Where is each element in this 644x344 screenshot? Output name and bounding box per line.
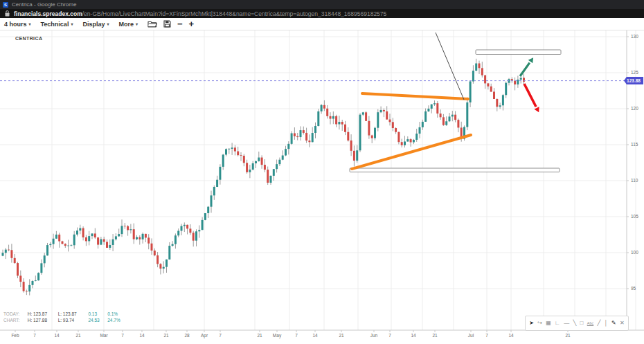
x-tick-label: 21 (75, 333, 81, 338)
bearish-arrow (524, 84, 536, 107)
chart-toolbar: 4 hours▾ Technical▾ Display▾ More▾ − + (0, 18, 644, 30)
pencil-tool-icon[interactable]: ✎ (611, 320, 616, 327)
legend-chart-label: CHART: (3, 317, 26, 323)
zoom-in-icon[interactable]: + (189, 20, 195, 28)
open-folder-icon[interactable] (147, 20, 157, 28)
url-text: financials.spreadex.com/en-GB/Home/LiveC… (14, 10, 386, 17)
legend-chart-change-pct: 24.7% (107, 317, 125, 323)
x-tick-label: 7 (485, 333, 488, 338)
y-tick-label: 110 (631, 178, 638, 183)
x-tick-label: 7 (33, 333, 36, 338)
minus-glyph: − (177, 20, 183, 28)
x-tick-label: Feb (11, 333, 19, 338)
bearish-arrow-head (534, 107, 539, 112)
resistance-zone-rectangle (476, 50, 561, 55)
delete-tool-icon[interactable]: ✕ (620, 320, 625, 327)
x-tick-label: 7 (295, 333, 298, 338)
annotations[interactable] (0, 33, 625, 172)
legend-today-high: H: 123.87 (28, 311, 57, 317)
x-tick-label: 7 (121, 333, 124, 338)
last-price-badge: 123.88 (624, 77, 643, 84)
x-tick-label: Mar (100, 333, 108, 338)
x-tick-label: May (273, 333, 282, 338)
legend-chart-high: H: 127.88 (28, 317, 57, 323)
y-tick-label: 120 (631, 106, 638, 111)
legend-row-today: TODAY: H: 123.87 L: 123.87 0.13 0.1% (3, 311, 125, 317)
display-menu-label: Display (82, 21, 105, 28)
pointer-annotation-line (436, 33, 464, 100)
x-tick-label: 14 (54, 333, 60, 338)
axes: 13012512011511010510095Feb71421Mar714212… (0, 30, 644, 338)
y-tick-label: 130 (631, 34, 638, 39)
legend-chart-change: 24.53 (88, 317, 106, 323)
drawing-toolbar: ➤ ↪ ▦ ∟ — ╲ □ Abc ╱ │ ✎ ✕ (525, 316, 629, 331)
display-menu[interactable]: Display▾ (82, 21, 109, 28)
grid-tool-icon[interactable]: ▦ (546, 320, 551, 327)
x-tick-label: Jul (468, 333, 474, 338)
rectangle-tool-icon[interactable]: □ (580, 320, 584, 327)
chevron-down-icon: ▾ (29, 21, 31, 26)
candlestick-chart[interactable]: 13012512011511010510095Feb71421Mar714212… (0, 30, 644, 344)
url-path: /en-GB/Home/LiveChartMain?id=XFinSprMchM… (82, 10, 387, 17)
plus-glyph: + (189, 20, 195, 28)
timeframe-menu-label: 4 hours (4, 21, 27, 28)
x-tick-label: 28 (184, 333, 190, 338)
chevron-down-icon: ▾ (136, 21, 138, 26)
x-tick-label: 21 (339, 333, 344, 338)
legend-chart-low: L: 93.74 (58, 317, 87, 323)
axes-tool-icon[interactable]: ∟ (555, 320, 560, 327)
legend-today-change: 0.13 (88, 311, 106, 317)
grid (0, 30, 636, 330)
lock-icon (5, 10, 10, 17)
x-tick-label: 21 (565, 333, 571, 338)
technical-menu[interactable]: Technical▾ (41, 21, 73, 28)
x-tick-label: 21 (163, 333, 169, 338)
vertical-line-tool-icon[interactable]: │ (605, 320, 608, 327)
x-tick-label: 7 (388, 333, 391, 338)
url-domain: financials.spreadex.com (14, 10, 82, 17)
pointer-tool-icon[interactable]: ➤ (529, 320, 534, 327)
x-tick-label: 14 (508, 333, 514, 338)
y-tick-label: 95 (631, 286, 636, 291)
x-tick-label: 14 (139, 333, 145, 338)
timeframe-menu[interactable]: 4 hours▾ (4, 21, 31, 28)
candles (2, 59, 526, 296)
browser-title-bar: S Centrica - Google Chrome (0, 0, 644, 9)
y-tick-label: 115 (631, 142, 638, 147)
chevron-down-icon: ▾ (71, 21, 73, 26)
x-tick-label: 21 (257, 333, 262, 338)
legend-today-label: TODAY: (3, 311, 26, 317)
more-menu-label: More (118, 21, 134, 28)
more-menu[interactable]: More▾ (118, 21, 138, 28)
support-zone-rectangle (350, 168, 560, 172)
x-tick-label: 7 (219, 333, 222, 338)
horizontal-line-tool-icon[interactable]: — (564, 320, 569, 327)
y-tick-label: 105 (631, 214, 638, 219)
text-tool-icon[interactable]: Abc (587, 320, 593, 327)
chevron-down-icon: ▾ (107, 21, 109, 26)
technical-menu-label: Technical (41, 21, 69, 28)
y-tick-label: 125 (631, 70, 638, 75)
chart-legend: TODAY: H: 123.87 L: 123.87 0.13 0.1% CHA… (3, 311, 125, 323)
window-title: Centrica - Google Chrome (12, 1, 76, 8)
x-tick-label: Apr (201, 333, 208, 338)
save-icon[interactable] (163, 20, 171, 28)
bullish-arrow (520, 63, 530, 76)
url-bar[interactable]: financials.spreadex.com/en-GB/Home/LiveC… (0, 9, 644, 18)
chart-area[interactable]: 13012512011511010510095Feb71421Mar714212… (0, 30, 644, 344)
legend-today-low: L: 123.87 (58, 311, 87, 317)
site-favicon: S (3, 2, 8, 8)
diagonal-line-tool-icon[interactable]: ╱ (598, 320, 601, 327)
triangle-upper-line (362, 93, 468, 99)
x-tick-label: 14 (411, 333, 416, 338)
legend-row-chart: CHART: H: 127.88 L: 93.74 24.53 24.7% (3, 317, 125, 323)
trend-line-tool-icon[interactable]: ╲ (573, 320, 577, 327)
x-tick-label: Jun (370, 333, 378, 338)
legend-today-change-pct: 0.1% (107, 311, 125, 317)
zoom-out-icon[interactable]: − (177, 20, 183, 28)
y-tick-label: 100 (631, 250, 638, 255)
symbol-label: CENTRICA (15, 36, 42, 41)
x-tick-label: 21 (432, 333, 438, 338)
polyline-arrow-tool-icon[interactable]: ↪ (537, 320, 542, 327)
x-tick-label: 14 (312, 333, 318, 338)
